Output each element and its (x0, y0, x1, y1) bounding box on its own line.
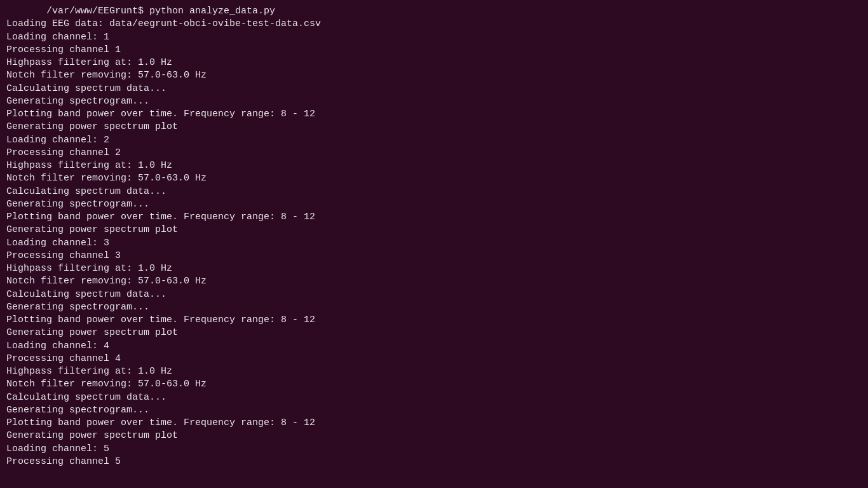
output-line: Plotting band power over time. Frequency… (6, 211, 862, 224)
output-line: Loading EEG data: data/eegrunt-obci-ovib… (6, 18, 862, 30)
output-line: Processing channel 4 (6, 353, 862, 365)
terminal-output: /var/www/EEGrunt$ python analyze_data.py… (6, 5, 862, 468)
output-line: Calculating spectrum data... (6, 186, 862, 198)
output-line: Processing channel 5 (6, 456, 862, 468)
output-line: Generating power spectrum plot (6, 327, 862, 339)
output-line: Processing channel 3 (6, 250, 862, 262)
output-line: Notch filter removing: 57.0-63.0 Hz (6, 275, 862, 288)
output-line: Highpass filtering at: 1.0 Hz (6, 365, 862, 378)
output-line: Loading channel: 3 (6, 237, 862, 250)
output-line: Highpass filtering at: 1.0 Hz (6, 159, 862, 172)
output-line: Generating spectrogram... (6, 404, 862, 417)
output-line: Calculating spectrum data... (6, 288, 862, 301)
output-line: Calculating spectrum data... (6, 391, 862, 404)
output-line: Highpass filtering at: 1.0 Hz (6, 262, 862, 275)
output-line: Highpass filtering at: 1.0 Hz (6, 57, 862, 69)
output-line: Generating power spectrum plot (6, 121, 862, 133)
output-line: Generating power spectrum plot (6, 224, 862, 236)
output-line: Plotting band power over time. Frequency… (6, 417, 862, 430)
output-line: Plotting band power over time. Frequency… (6, 314, 862, 327)
output-line: Notch filter removing: 57.0-63.0 Hz (6, 69, 862, 82)
output-line: Generating spectrogram... (6, 198, 862, 211)
output-line: Generating spectrogram... (6, 301, 862, 314)
output-line: Plotting band power over time. Frequency… (6, 108, 862, 121)
output-line: Notch filter removing: 57.0-63.0 Hz (6, 378, 862, 391)
output-line: Loading channel: 4 (6, 340, 862, 353)
output-line: Generating power spectrum plot (6, 430, 862, 442)
output-line: Generating spectrogram... (6, 95, 862, 108)
terminal-window: /var/www/EEGrunt$ python analyze_data.py… (6, 5, 862, 483)
output-line: Calculating spectrum data... (6, 83, 862, 95)
output-line: Processing channel 2 (6, 147, 862, 159)
output-line: Processing channel 1 (6, 44, 862, 57)
output-line: Notch filter removing: 57.0-63.0 Hz (6, 172, 862, 185)
prompt-line: /var/www/EEGrunt$ python analyze_data.py (6, 5, 862, 18)
output-line: Loading channel: 2 (6, 134, 862, 147)
output-line: Loading channel: 5 (6, 443, 862, 456)
output-line: Loading channel: 1 (6, 31, 862, 44)
